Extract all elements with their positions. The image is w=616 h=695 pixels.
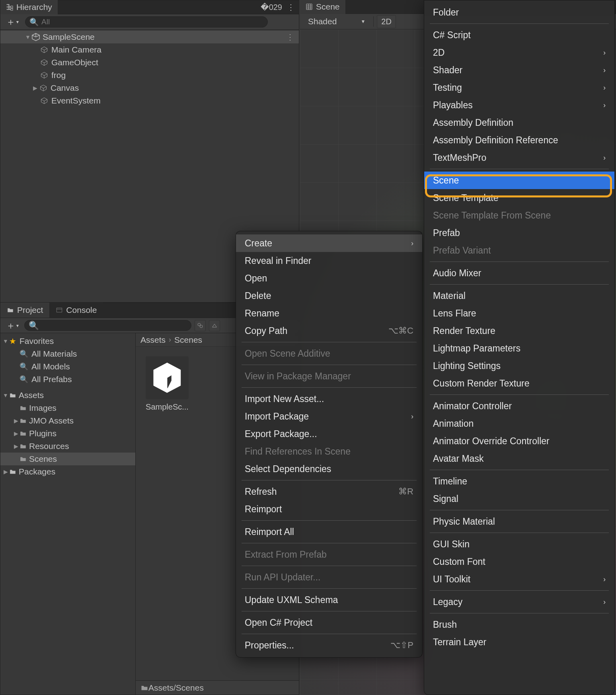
menu-item-label: Brush [433, 619, 457, 630]
hierarchy-item[interactable]: Main Camera [0, 43, 299, 56]
ctx1-item-export-package-[interactable]: Export Package... [236, 425, 422, 443]
chevron-right-icon: › [603, 154, 606, 162]
ctx1-item-rename[interactable]: Rename [236, 305, 422, 322]
ctx1-item-reimport[interactable]: Reimport [236, 500, 422, 518]
tab-console[interactable]: Console [49, 303, 103, 318]
favorite-item[interactable]: 🔍All Prefabs [0, 373, 135, 386]
shading-dropdown[interactable]: Shaded ▼ [303, 15, 370, 28]
folder-item[interactable]: Images [0, 402, 135, 414]
hierarchy-tab[interactable]: Hierarchy [0, 0, 58, 14]
ctx1-item-copy-path[interactable]: Copy Path⌥⌘C [236, 322, 422, 340]
expand-arrow-icon[interactable]: ▶ [12, 418, 19, 424]
svg-point-3 [198, 323, 201, 326]
ctx2-item-legacy[interactable]: Legacy› [424, 593, 614, 611]
ctx1-item-reveal-in-finder[interactable]: Reveal in Finder [236, 252, 422, 269]
ctx2-item-signal[interactable]: Signal [424, 490, 614, 508]
ctx2-item-folder[interactable]: Folder [424, 4, 614, 21]
ctx2-item-avatar-mask[interactable]: Avatar Mask [424, 450, 614, 467]
filter-by-type-icon[interactable] [195, 320, 206, 331]
asset-item[interactable]: SampleSc... [141, 356, 193, 412]
filter-by-label-icon[interactable] [209, 320, 220, 331]
ctx2-item-animator-controller[interactable]: Animator Controller [424, 397, 614, 415]
ctx1-item-open[interactable]: Open [236, 269, 422, 287]
ctx2-item-assembly-definition-reference[interactable]: Assembly Definition Reference [424, 131, 614, 149]
unity-scene-icon [31, 33, 40, 41]
ctx1-item-import-new-asset-[interactable]: Import New Asset... [236, 390, 422, 408]
ctx2-item-brush[interactable]: Brush [424, 616, 614, 633]
toggle-2d-button[interactable]: 2D [377, 15, 396, 28]
hierarchy-item[interactable]: ▶ Canvas [0, 82, 299, 94]
ctx2-item-gui-skin[interactable]: GUI Skin [424, 535, 614, 553]
ctx2-item-animation[interactable]: Animation [424, 415, 614, 432]
add-button[interactable]: ＋▾ [4, 319, 21, 332]
project-search-input[interactable] [39, 322, 187, 328]
folder-item[interactable]: ▶Resources [0, 440, 135, 453]
ctx2-item-ui-toolkit[interactable]: UI Toolkit› [424, 570, 614, 588]
expand-arrow-icon[interactable]: ▶ [2, 469, 9, 475]
scene-tab[interactable]: Scene [300, 0, 345, 14]
hierarchy-item[interactable]: EventSystem [0, 94, 299, 107]
ctx2-item-render-texture[interactable]: Render Texture [424, 322, 614, 340]
ctx2-item-c-script[interactable]: C# Script [424, 26, 614, 44]
favorite-item[interactable]: 🔍All Materials [0, 348, 135, 360]
ctx2-item-custom-font[interactable]: Custom Font [424, 553, 614, 570]
folder-item-scenes[interactable]: Scenes [0, 453, 135, 465]
ctx2-item-assembly-definition[interactable]: Assembly Definition [424, 114, 614, 131]
expand-arrow-icon[interactable]: ▶ [12, 443, 19, 449]
expand-arrow-icon[interactable]: ▼ [2, 392, 9, 398]
ctx1-item-open-c-project[interactable]: Open C# Project [236, 614, 422, 631]
project-search[interactable]: 🔍 [24, 320, 191, 331]
lock-icon[interactable]: �029 [261, 2, 282, 12]
hierarchy-item[interactable]: GameObject [0, 56, 299, 69]
ctx1-item-update-uxml-schema[interactable]: Update UXML Schema [236, 591, 422, 609]
ctx2-item-physic-material[interactable]: Physic Material [424, 513, 614, 530]
ctx1-item-reimport-all[interactable]: Reimport All [236, 523, 422, 541]
ctx2-item-lens-flare[interactable]: Lens Flare [424, 305, 614, 322]
breadcrumb-item[interactable]: Scenes [174, 335, 202, 345]
ctx2-item-audio-mixer[interactable]: Audio Mixer [424, 264, 614, 282]
packages-header[interactable]: ▶ Packages [0, 465, 135, 478]
ctx2-item-custom-render-texture[interactable]: Custom Render Texture [424, 375, 614, 392]
folder-label: Resources [29, 441, 69, 451]
scene-row[interactable]: ▼ SampleScene ⋮ [0, 31, 299, 43]
hierarchy-search[interactable]: 🔍 [25, 16, 268, 27]
ctx2-item-testing[interactable]: Testing› [424, 79, 614, 96]
ctx2-item-material[interactable]: Material [424, 287, 614, 305]
breadcrumb-item[interactable]: Assets [140, 335, 166, 345]
ctx2-item-lighting-settings[interactable]: Lighting Settings [424, 357, 614, 375]
tab-project[interactable]: Project [0, 303, 49, 318]
add-button[interactable]: ＋▾ [4, 16, 21, 28]
hierarchy-search-input[interactable] [41, 18, 263, 26]
folder-item[interactable]: ▶JMO Assets [0, 414, 135, 427]
ctx2-item-timeline[interactable]: Timeline [424, 472, 614, 490]
menu-separator [430, 590, 609, 591]
ctx2-item-scene[interactable]: Scene [424, 172, 614, 189]
kebab-icon[interactable]: ⋮ [287, 2, 295, 12]
ctx1-item-select-dependencies[interactable]: Select Dependencies [236, 460, 422, 478]
ctx1-item-refresh[interactable]: Refresh⌘R [236, 483, 422, 500]
ctx2-item-animator-override-controller[interactable]: Animator Override Controller [424, 432, 614, 450]
favorite-item[interactable]: 🔍All Models [0, 360, 135, 373]
context-menu-project: Create›Reveal in FinderOpenDeleteRenameC… [236, 231, 423, 658]
ctx2-item-scene-template[interactable]: Scene Template [424, 189, 614, 207]
expand-arrow-icon[interactable]: ▼ [2, 338, 9, 344]
expand-arrow-icon[interactable]: ▶ [33, 85, 39, 91]
ctx2-item-prefab[interactable]: Prefab [424, 224, 614, 242]
ctx2-item-textmeshpro[interactable]: TextMeshPro› [424, 149, 614, 166]
ctx2-item-terrain-layer[interactable]: Terrain Layer [424, 633, 614, 651]
favorites-header[interactable]: ▼ ★ Favorites [0, 335, 135, 348]
expand-arrow-icon[interactable]: ▼ [25, 34, 31, 40]
folder-item[interactable]: ▶Plugins [0, 427, 135, 440]
assets-header[interactable]: ▼ Assets [0, 389, 135, 402]
expand-arrow-icon[interactable]: ▶ [12, 430, 19, 437]
ctx2-item-lightmap-parameters[interactable]: Lightmap Parameters [424, 340, 614, 357]
ctx1-item-properties-[interactable]: Properties...⌥⇧P [236, 636, 422, 654]
ctx2-item-playables[interactable]: Playables› [424, 96, 614, 114]
ctx1-item-create[interactable]: Create› [236, 234, 422, 252]
hierarchy-item[interactable]: frog [0, 69, 299, 82]
ctx1-item-delete[interactable]: Delete [236, 287, 422, 305]
scene-kebab-icon[interactable]: ⋮ [286, 32, 299, 42]
ctx2-item-2d[interactable]: 2D› [424, 44, 614, 61]
ctx2-item-shader[interactable]: Shader› [424, 61, 614, 79]
ctx1-item-import-package[interactable]: Import Package› [236, 408, 422, 425]
